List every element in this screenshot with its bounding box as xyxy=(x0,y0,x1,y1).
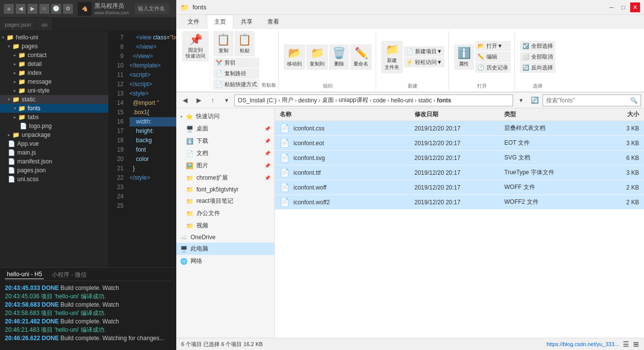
addr-forward-button[interactable]: ▶ xyxy=(193,95,205,106)
tab-pages-json[interactable]: pages.json xyxy=(0,18,36,31)
tree-item-uni-scss[interactable]: 📄 uni.scss xyxy=(0,175,108,184)
col-header-size[interactable]: 大小 xyxy=(594,110,639,119)
tree-item-tabs[interactable]: 📁 tabs xyxy=(0,113,108,122)
crumb-users[interactable]: 用户 xyxy=(282,96,293,104)
nav-item-thispc[interactable]: 🖥️ 此电脑 xyxy=(176,243,274,255)
file-row-iconfont-svg[interactable]: 📄 iconfont.svg 2019/12/20 20:17 SVG 文档 6… xyxy=(275,151,644,165)
nav-item-downloads[interactable]: ⬇️ 下载 📌 xyxy=(176,135,274,147)
nav-item-quickaccess[interactable]: ⭐ 快速访问 xyxy=(176,110,274,123)
ribbon-tab-home[interactable]: 主页 xyxy=(207,15,233,30)
terminal-tab-wechat[interactable]: 小程序 - 微信 xyxy=(50,271,89,279)
addr-dropdown-button[interactable]: ▾ xyxy=(515,95,527,106)
history-btn[interactable]: 🕐 xyxy=(51,4,61,14)
move-to-button[interactable]: 📂 移动到 xyxy=(284,44,305,70)
view-grid-icon[interactable]: ⊞ xyxy=(633,340,639,348)
file-row-iconfont-ttf[interactable]: 📄 iconfont.ttf 2019/12/20 20:17 TrueType… xyxy=(275,165,644,180)
editor-panel: ≡ ◀ ▶ ☆ 🕐 ⚙ 🐴 黑马程序员 www.itheima.com 输入文件… xyxy=(0,0,176,350)
address-path[interactable]: OS_Install (C:) › 用户 › destiny › 桌面 › un… xyxy=(234,95,513,106)
nav-item-chrome[interactable]: 📁 chrome扩展 📌 xyxy=(176,172,274,184)
col-header-name[interactable]: 名称 xyxy=(280,110,415,119)
deselect-all-button[interactable]: ⬜ 全部取消 xyxy=(520,52,555,62)
col-header-type[interactable]: 类型 xyxy=(504,110,594,119)
nav-item-documents[interactable]: 📄 文档 📌 xyxy=(176,147,274,159)
crumb-desktop[interactable]: 桌面 xyxy=(322,96,334,104)
new-folder-button[interactable]: 📁 新建文件夹 xyxy=(381,41,403,73)
file-row-iconfont-css[interactable]: 📄 iconfont.css 2019/12/20 20:17 层叠样式表文档 … xyxy=(275,121,644,136)
star-btn[interactable]: ☆ xyxy=(39,4,49,14)
menu-btn[interactable]: ≡ xyxy=(4,4,14,14)
back-btn[interactable]: ◀ xyxy=(16,4,26,14)
edit-button[interactable]: ✏️ 编辑 xyxy=(475,52,511,62)
select-all-button[interactable]: ☑️ 全部选择 xyxy=(520,41,555,51)
tree-item-main-js[interactable]: 📄 main.js xyxy=(0,148,108,157)
crumb-hello-uni[interactable]: hello-uni xyxy=(391,97,413,104)
maximize-button[interactable]: □ xyxy=(618,2,628,12)
open-button[interactable]: 📂 打开▼ xyxy=(475,41,511,51)
properties-button[interactable]: ℹ️ 属性 xyxy=(454,44,474,70)
tree-item-logo-png[interactable]: 📄 logo.png xyxy=(0,122,108,130)
tree-item-contact[interactable]: 📁 contact xyxy=(0,51,108,60)
tree-item-detail[interactable]: 📁 detail xyxy=(0,60,108,68)
tree-item-message[interactable]: 📁 message xyxy=(0,77,108,86)
cut-button[interactable]: ✂️ 剪切 xyxy=(213,58,259,68)
pin-to-quickaccess-button[interactable]: 📌 固定到快速访问 xyxy=(182,31,209,62)
file-row-iconfont-woff2[interactable]: 📄 iconfont.woff2 2019/12/20 20:17 WOFF2 … xyxy=(275,195,644,210)
nav-item-onedrive[interactable]: ☁️ OneDrive xyxy=(176,232,274,243)
nav-item-font-pk[interactable]: 📁 font_pk5tgtvhtyr xyxy=(176,184,274,195)
copy-path-button[interactable]: 📄 复制路径 xyxy=(213,68,259,79)
paste-button[interactable]: 📋 粘贴 xyxy=(234,31,255,57)
tree-item-uni-style[interactable]: 📁 uni-style xyxy=(0,86,108,95)
invert-select-button[interactable]: 🔄 反向选择 xyxy=(520,63,555,73)
new-item-button[interactable]: 📄 新建项目▼ xyxy=(404,46,445,57)
col-header-date[interactable]: 修改日期 xyxy=(415,110,505,119)
search-input[interactable] xyxy=(546,97,630,104)
delete-button[interactable]: 🗑️ 删除 xyxy=(329,44,349,70)
paste-shortcut-button[interactable]: 📄 粘贴快捷方式 xyxy=(213,79,259,90)
tree-item-fonts[interactable]: 📁 fonts xyxy=(0,104,108,113)
tree-item-pages[interactable]: 📁 pages xyxy=(0,42,108,51)
copy-to-button[interactable]: 📁 复制到 xyxy=(306,44,328,70)
tree-item-hello-uni[interactable]: 📁 hello-uni xyxy=(0,33,108,42)
tree-item-index[interactable]: 📁 index xyxy=(0,68,108,77)
nav-item-react-notes[interactable]: 📁 react项目笔记 xyxy=(176,195,274,207)
forward-btn[interactable]: ▶ xyxy=(28,4,37,14)
nav-item-video[interactable]: 📁 视频 xyxy=(176,220,274,232)
addr-up-button[interactable]: ↑ xyxy=(207,95,219,106)
minimize-button[interactable]: ─ xyxy=(607,2,616,12)
crumb-code[interactable]: code xyxy=(373,97,386,104)
file-row-iconfont-eot[interactable]: 📄 iconfont.eot 2019/12/20 20:17 EOT 文件 3… xyxy=(275,136,644,151)
nav-item-office-files[interactable]: 📁 办公文件 xyxy=(176,207,274,220)
addr-back-button[interactable]: ◀ xyxy=(179,95,191,106)
view-list-icon[interactable]: ☰ xyxy=(623,340,629,348)
crumb-destiny[interactable]: destiny xyxy=(298,97,317,104)
tab-un[interactable]: un xyxy=(36,18,53,31)
easy-access-button[interactable]: ⚡ 轻松访问▼ xyxy=(404,57,445,67)
tree-item-static[interactable]: 📁 static xyxy=(0,95,108,104)
nav-item-pictures[interactable]: 🖼️ 图片 📌 xyxy=(176,159,274,172)
addr-expand-button[interactable]: ▾ xyxy=(221,95,232,106)
rename-button[interactable]: ✏️ 重命名 xyxy=(350,44,372,70)
history-button[interactable]: 🕐 历史记录 xyxy=(475,63,511,73)
nav-item-network[interactable]: 🌐 网络 xyxy=(176,255,274,267)
ribbon-tab-file[interactable]: 文件 xyxy=(180,15,207,29)
ribbon-tab-share[interactable]: 共享 xyxy=(233,15,260,29)
file-search-input[interactable]: 输入文件名 xyxy=(135,3,169,14)
crumb-static[interactable]: static xyxy=(418,97,432,104)
tree-item-manifest-json[interactable]: 📄 manifest.json xyxy=(0,157,108,166)
terminal-tab-h5[interactable]: hello-uni - H5 xyxy=(5,271,44,279)
ribbon-tab-view[interactable]: 查看 xyxy=(260,15,287,29)
addr-refresh-button[interactable]: 🔄 xyxy=(529,95,541,106)
nav-item-desktop[interactable]: 🖥️ 桌面 📌 xyxy=(176,123,274,135)
close-button[interactable]: ✕ xyxy=(630,2,640,12)
settings-btn[interactable]: ⚙ xyxy=(63,4,73,14)
crumb-fonts[interactable]: fonts xyxy=(437,97,451,104)
tree-item-pages-json[interactable]: 📄 pages.json xyxy=(0,166,108,175)
crumb-os[interactable]: OS_Install (C:) xyxy=(238,97,277,104)
crumb-uniapp[interactable]: uniapp课程 xyxy=(339,96,368,104)
tree-label-main-js: main.js xyxy=(17,149,36,156)
tree-item-unpackage[interactable]: 📁 unpackage xyxy=(0,130,108,139)
tree-item-app-vue[interactable]: 📄 App.vue xyxy=(0,139,108,148)
copy-button[interactable]: 📋 复制 xyxy=(213,31,233,57)
search-box[interactable]: 🔍 xyxy=(543,95,641,106)
file-row-iconfont-woff[interactable]: 📄 iconfont.woff 2019/12/20 20:17 WOFF 文件… xyxy=(275,180,644,195)
